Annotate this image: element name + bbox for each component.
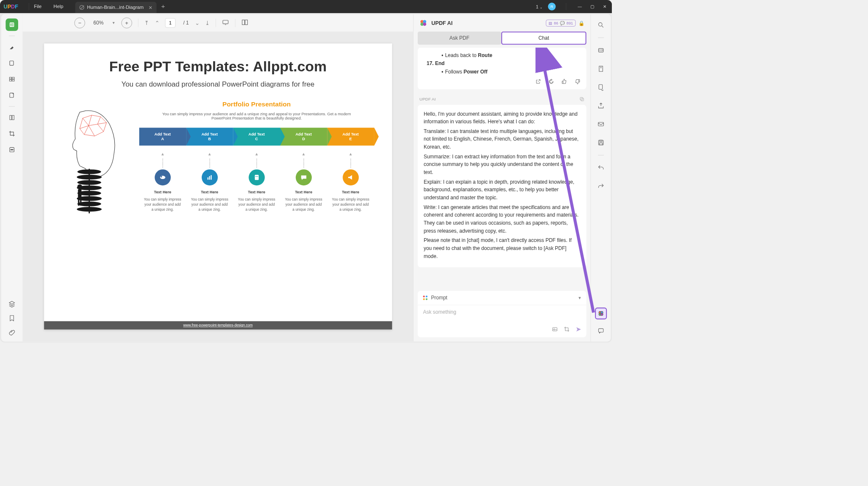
form-tool[interactable] <box>5 89 18 102</box>
tab-ask-pdf[interactable]: Ask PDF <box>418 32 501 45</box>
thumbs-down-icon[interactable] <box>574 79 580 84</box>
organize-pages-tool[interactable] <box>5 73 18 86</box>
document-toolbar: − 60% ▼ + ⤒ ⌃ 1 / 1 ⌄ ⤓ <box>23 14 414 32</box>
zoom-value: 60% <box>93 20 103 26</box>
thumbs-up-icon[interactable] <box>561 79 567 84</box>
svg-rect-76 <box>598 329 603 332</box>
chevron-diagram: Add TextA Add TextB Add TextC Add TextD … <box>139 128 374 145</box>
svg-rect-4 <box>12 25 14 26</box>
ai-input-box: Prompt ▾ ➤ <box>418 291 587 337</box>
convert-icon[interactable] <box>595 81 607 93</box>
search-icon[interactable] <box>595 19 607 31</box>
bookmark-icon[interactable] <box>8 315 16 323</box>
svg-point-59 <box>423 23 426 26</box>
next-page-icon[interactable]: ⌄ <box>195 20 200 27</box>
page-input[interactable]: 1 <box>165 18 176 28</box>
svg-line-23 <box>97 122 106 124</box>
redo-icon[interactable] <box>595 180 607 192</box>
svg-rect-14 <box>11 149 13 150</box>
minimize-icon[interactable]: — <box>576 4 584 9</box>
compare-tool[interactable] <box>5 111 18 124</box>
refresh-icon[interactable] <box>548 79 554 84</box>
redact-tool[interactable] <box>5 144 18 156</box>
page-layout-icon[interactable] <box>241 19 249 27</box>
pdf-page: Free PPT Templates: Allppt.com You can d… <box>44 43 392 330</box>
svg-rect-9 <box>12 79 14 81</box>
last-page-icon[interactable]: ⤓ <box>205 20 210 27</box>
svg-rect-11 <box>10 115 12 119</box>
svg-line-21 <box>83 118 89 126</box>
tab-chat[interactable]: Chat <box>501 32 587 45</box>
svg-rect-54 <box>256 176 257 177</box>
svg-line-32 <box>89 115 92 126</box>
svg-point-36 <box>77 169 101 174</box>
ai-toggle-button[interactable] <box>595 307 607 319</box>
lock-icon[interactable]: 🔒 <box>579 20 584 26</box>
tab-title: Human-Brain...int-Diagram <box>87 5 143 10</box>
compress-icon[interactable] <box>595 63 607 75</box>
footer-link: www.free-powerpoint-templates-design.com <box>183 323 253 328</box>
save-icon[interactable] <box>595 137 607 149</box>
image-attach-icon[interactable] <box>552 326 558 332</box>
maximize-icon[interactable]: ▢ <box>589 4 596 9</box>
ai-greeting-message: Hello, I'm your document assistant, aimi… <box>418 105 587 267</box>
usage-badge[interactable]: ▤86 💬891 <box>546 19 576 26</box>
ai-label: UPDF AI <box>419 97 435 101</box>
avatar[interactable]: R <box>548 3 556 10</box>
undo-icon[interactable] <box>595 162 607 174</box>
svg-rect-45 <box>78 189 81 198</box>
present-icon[interactable] <box>222 19 229 27</box>
crop-input-icon[interactable] <box>564 326 570 332</box>
ocr-icon[interactable]: OCR <box>595 44 607 56</box>
email-icon[interactable] <box>595 118 607 130</box>
app-logo: UPDF <box>3 3 18 10</box>
ai-input[interactable] <box>423 309 581 315</box>
svg-rect-67 <box>599 84 602 89</box>
svg-rect-71 <box>599 143 602 145</box>
first-page-icon[interactable]: ⤒ <box>144 20 149 27</box>
highlight-tool[interactable] <box>5 41 18 54</box>
add-tab-button[interactable]: + <box>161 3 165 10</box>
svg-rect-49 <box>207 177 208 179</box>
zoom-in-button[interactable]: + <box>122 18 132 28</box>
svg-rect-8 <box>9 79 11 81</box>
left-toolbar <box>1 14 23 342</box>
menu-help[interactable]: Help <box>54 4 63 9</box>
svg-point-37 <box>77 175 102 179</box>
close-window-icon[interactable]: ✕ <box>601 4 608 9</box>
prompt-selector[interactable]: Prompt ▾ <box>418 291 587 305</box>
attachment-icon[interactable] <box>8 329 16 337</box>
svg-point-48 <box>161 176 162 177</box>
document-tab[interactable]: Human-Brain...int-Diagram ✕ <box>75 2 157 13</box>
svg-point-75 <box>600 313 603 316</box>
zoom-out-button[interactable]: − <box>74 18 85 28</box>
send-button[interactable]: ➤ <box>576 326 581 333</box>
comment-icon[interactable] <box>595 325 607 337</box>
open-external-icon[interactable] <box>535 79 541 84</box>
svg-line-27 <box>97 124 103 132</box>
zoom-dropdown-icon[interactable]: ▼ <box>112 21 115 25</box>
slide-subtitle: You can download professional PowerPoint… <box>62 80 374 89</box>
reader-mode-button[interactable] <box>5 19 18 31</box>
ai-panel-title: UPDF AI <box>431 20 452 26</box>
svg-rect-52 <box>254 175 258 180</box>
svg-line-24 <box>80 118 83 129</box>
share-icon[interactable] <box>595 100 607 111</box>
copy-icon[interactable] <box>579 96 585 102</box>
close-tab-icon[interactable]: ✕ <box>149 5 152 10</box>
chevron-down-icon: ▾ <box>579 295 581 301</box>
svg-text:OCR: OCR <box>598 49 603 52</box>
svg-rect-70 <box>600 140 602 142</box>
menu-file[interactable]: File <box>34 4 41 9</box>
svg-line-22 <box>89 124 97 126</box>
layers-icon[interactable] <box>8 300 16 309</box>
window-count[interactable]: 1 ⌄ <box>536 4 543 9</box>
svg-line-18 <box>83 115 92 118</box>
edit-text-tool[interactable] <box>5 57 18 70</box>
prev-page-icon[interactable]: ⌃ <box>155 20 160 27</box>
crop-tool[interactable] <box>5 128 18 140</box>
svg-line-19 <box>92 115 100 117</box>
svg-line-31 <box>80 129 84 135</box>
svg-rect-60 <box>581 98 584 101</box>
svg-rect-6 <box>9 77 11 79</box>
